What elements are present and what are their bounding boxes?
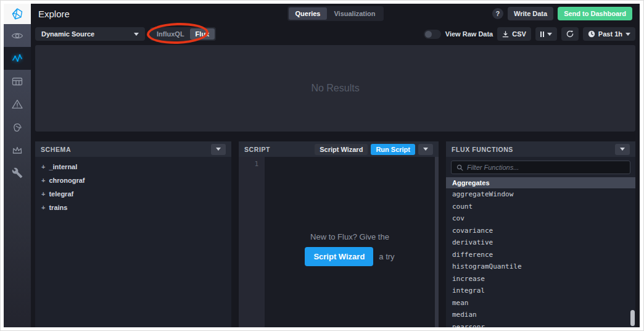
function-list-item[interactable]: difference	[446, 249, 635, 261]
function-list-item[interactable]: median	[446, 309, 635, 321]
sidebar-item-chronograf-logo[interactable]	[4, 4, 31, 24]
schema-tree-item[interactable]: + chronograf	[35, 174, 231, 187]
script-panel-title: SCRIPT	[244, 146, 270, 153]
flux-functions-title: FLUX FUNCTIONS	[452, 146, 513, 153]
function-category-header: Aggregates	[446, 177, 635, 188]
function-list-scrollbar[interactable]	[630, 310, 635, 326]
schema-item-label: _internal	[49, 163, 77, 170]
view-raw-data-toggle[interactable]	[424, 30, 441, 39]
schema-item-label: chronograf	[49, 177, 85, 184]
script-wizard-cta-button[interactable]: Script Wizard	[305, 247, 373, 266]
run-script-button[interactable]: Run Script	[371, 144, 415, 155]
filter-functions-placeholder: Filter Functions...	[467, 164, 519, 171]
tab-queries[interactable]: Queries	[288, 7, 327, 20]
pause-dropdown-button[interactable]	[535, 27, 557, 41]
bottom-panels: SCHEMA + _internal	[35, 141, 635, 327]
editor-line-numbers: 1	[239, 157, 265, 327]
admin-crown-icon	[11, 144, 23, 156]
screenshot-frame: Explore Queries Visualization ? Write Da…	[0, 0, 644, 331]
source-dropdown-value: Dynamic Source	[41, 30, 94, 38]
view-tabs: Queries Visualization	[287, 6, 383, 21]
page-title: Explore	[38, 9, 70, 19]
time-range-dropdown[interactable]: Past 1h	[583, 27, 635, 41]
sidebar-item-host-list[interactable]	[4, 24, 31, 47]
expand-icon: +	[41, 177, 45, 184]
download-csv-button[interactable]: CSV	[497, 27, 531, 41]
toggle-knob	[425, 31, 432, 38]
function-list-item[interactable]: cov	[446, 212, 635, 225]
tab-visualization[interactable]: Visualization	[327, 7, 382, 20]
editor-code-area[interactable]: New to Flux? Give the Script Wizard a tr…	[265, 157, 439, 327]
chevron-down-icon	[620, 148, 625, 153]
schema-item-label: telegraf	[49, 190, 73, 198]
help-icon: ?	[496, 10, 500, 17]
flux-functions-panel: FLUX FUNCTIONS Filter Functions...	[446, 141, 635, 327]
tab-visualization-label: Visualization	[334, 10, 375, 17]
sidebar-item-kapacitor[interactable]	[4, 115, 31, 138]
expand-icon: +	[41, 163, 45, 170]
results-panel: No Results	[35, 45, 635, 132]
chronograf-logo-icon	[10, 7, 24, 21]
schema-tree-item[interactable]: + _internal	[35, 160, 231, 174]
help-button[interactable]: ?	[492, 8, 503, 19]
kapacitor-hand-icon	[11, 121, 23, 133]
editor-scrollbar[interactable]	[435, 157, 439, 327]
tab-queries-label: Queries	[295, 10, 320, 17]
schema-panel: SCHEMA + _internal	[35, 141, 231, 327]
script-panel: SCRIPT Script Wizard Run Script 1	[239, 141, 439, 327]
function-list-item[interactable]: derivative	[446, 237, 635, 249]
refresh-icon	[566, 30, 574, 38]
download-icon	[502, 31, 509, 38]
script-editor[interactable]: 1 New to Flux? Give the Script Wizard a …	[239, 157, 439, 327]
function-list: aggregateWindow count cov covariance der…	[446, 188, 635, 327]
source-dropdown[interactable]: Dynamic Source	[35, 27, 145, 41]
schema-panel-header: SCHEMA	[35, 141, 231, 157]
expand-icon: +	[41, 190, 45, 198]
empty-state-suffix: a try	[379, 252, 394, 261]
sidebar-item-dashboards[interactable]	[4, 70, 31, 93]
script-options-button[interactable]	[418, 144, 433, 155]
function-list-item[interactable]: pearsonr	[446, 321, 635, 328]
config-wrench-icon	[12, 167, 23, 178]
page-header: Explore Queries Visualization ? Write Da…	[31, 4, 640, 23]
chevron-down-icon	[216, 148, 221, 153]
schema-collapse-button[interactable]	[211, 144, 226, 155]
function-list-item[interactable]: covariance	[446, 225, 635, 237]
function-list-item[interactable]: histogramQuantile	[446, 261, 635, 273]
language-option-influxql[interactable]: InfluxQL	[151, 28, 190, 40]
refresh-button[interactable]	[561, 27, 579, 41]
script-panel-header: SCRIPT Script Wizard Run Script	[239, 141, 439, 157]
function-list-item[interactable]: integral	[446, 285, 635, 297]
language-option-flux[interactable]: Flux	[190, 28, 215, 40]
function-list-item[interactable]: mean	[446, 297, 635, 309]
query-language-toggle: InfluxQL Flux	[150, 27, 216, 41]
sidebar-item-admin[interactable]	[4, 138, 31, 161]
alert-triangle-icon	[11, 98, 23, 111]
schema-tree-item[interactable]: + trains	[35, 201, 231, 214]
line-number: 1	[254, 160, 258, 168]
filter-functions-input[interactable]: Filter Functions...	[451, 161, 630, 174]
function-list-item[interactable]: count	[446, 201, 635, 213]
graph-pulse-icon	[11, 52, 23, 65]
search-icon	[456, 164, 463, 171]
sidebar-item-alerts[interactable]	[4, 93, 31, 115]
function-list-item[interactable]: aggregateWindow	[446, 188, 635, 201]
chevron-down-icon	[547, 33, 552, 38]
clock-icon	[588, 30, 595, 38]
write-data-button[interactable]: Write Data	[508, 7, 553, 20]
flux-functions-collapse-button[interactable]	[615, 144, 630, 155]
schema-tree-item[interactable]: + telegraf	[35, 187, 231, 201]
no-results-message: No Results	[311, 83, 359, 94]
query-toolbar: Dynamic Source InfluxQL Flux View Raw Da…	[31, 23, 640, 44]
sidebar-item-data-explorer[interactable]	[4, 47, 31, 70]
script-wizard-button[interactable]: Script Wizard	[315, 144, 368, 155]
csv-label: CSV	[512, 30, 526, 38]
function-list-item[interactable]: increase	[446, 273, 635, 285]
send-to-dashboard-button[interactable]: Send to Dashboard	[558, 7, 632, 20]
schema-tree: + _internal + chronograf + telegra	[35, 157, 231, 214]
flux-functions-header: FLUX FUNCTIONS	[446, 141, 635, 157]
chevron-down-icon	[625, 33, 630, 38]
dashboards-icon	[11, 75, 23, 88]
sidebar-item-configuration[interactable]	[4, 161, 31, 184]
time-range-value: Past 1h	[598, 30, 622, 38]
